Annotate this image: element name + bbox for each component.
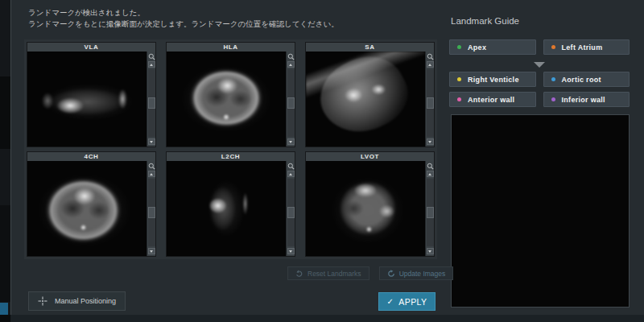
viewport-scroll-control	[286, 52, 295, 147]
left-strip-teal-accent	[0, 303, 8, 315]
left-strip-bottom	[0, 315, 10, 322]
slice-slider-handle[interactable]	[148, 207, 155, 218]
scroll-up-button[interactable]	[287, 171, 295, 177]
landmark-button-anterior-wall[interactable]: Anterior wall	[449, 92, 536, 107]
apply-button[interactable]: ✓ APPLY	[378, 292, 436, 311]
landmark-row: Anterior wall Inferior wall	[449, 92, 630, 107]
scroll-down-button[interactable]	[148, 248, 155, 254]
magnifier-icon[interactable]	[147, 162, 155, 170]
slice-slider-track[interactable]	[287, 179, 295, 246]
landmark-button-right-venticle[interactable]: Right Venticle	[449, 72, 536, 87]
viewport-canvas-area	[306, 161, 434, 256]
chevron-up-icon	[150, 64, 153, 66]
mri-image-sa[interactable]	[306, 52, 425, 147]
viewport-scroll-control	[425, 52, 434, 147]
landmark-button-left-atrium[interactable]: Left Atrium	[543, 39, 630, 55]
status-message-line2: ランドマークをもとに撮像断面が決定します。ランドマークの位置を確認してください。	[28, 19, 339, 30]
chevron-up-icon	[289, 64, 292, 66]
bottom-edge-strip	[10, 315, 644, 322]
mri-image-l2ch[interactable]	[167, 161, 286, 256]
reset-landmarks-button[interactable]: Reset Landmarks	[287, 266, 369, 280]
scroll-down-button[interactable]	[427, 248, 434, 254]
slice-slider-handle[interactable]	[287, 97, 295, 109]
slice-slider-track[interactable]	[148, 179, 155, 246]
magnifier-icon[interactable]	[147, 52, 155, 60]
viewport-l2ch: L2CH	[166, 151, 295, 257]
scroll-up-button[interactable]	[148, 61, 155, 68]
viewport-scroll-control	[286, 161, 295, 256]
landmark-label: Aortic root	[562, 76, 601, 84]
left-edge-panel-strip	[0, 0, 11, 322]
landmark-row: Apex Left Atrium	[449, 39, 630, 55]
update-images-label: Update Images	[399, 270, 446, 278]
scroll-down-button[interactable]	[287, 248, 295, 254]
left-strip-segment	[0, 205, 10, 302]
landmark-guide-preview-area[interactable]	[451, 114, 630, 308]
grid-actions: Reset Landmarks Update Images	[287, 266, 453, 280]
viewport-scroll-control	[147, 52, 155, 147]
viewport-canvas-area	[167, 52, 295, 147]
viewport-title: HLA	[167, 43, 295, 52]
scroll-down-button[interactable]	[287, 138, 295, 145]
viewport-title: LVOT	[306, 152, 434, 161]
landmark-guide-separator	[449, 60, 630, 69]
scroll-up-button[interactable]	[427, 171, 434, 177]
magnifier-icon[interactable]	[426, 162, 434, 170]
crosshair-icon	[38, 296, 47, 306]
landmark-guide-title: Landmark Guide	[451, 16, 519, 26]
chevron-up-icon	[150, 173, 153, 175]
status-message-line1: ランドマークが検出されました。	[28, 7, 339, 19]
mri-image-vla[interactable]	[27, 52, 147, 147]
landmark-button-apex[interactable]: Apex	[449, 39, 536, 55]
magnifier-icon[interactable]	[426, 52, 434, 60]
check-icon: ✓	[387, 297, 394, 306]
scroll-up-button[interactable]	[148, 171, 155, 177]
landmark-color-dot	[457, 45, 461, 49]
scroll-up-button[interactable]	[287, 61, 295, 68]
viewport-lvot: LVOT	[305, 151, 435, 257]
mri-image-lvot[interactable]	[306, 161, 425, 256]
left-strip-segment	[0, 76, 10, 149]
landmark-row: Right Venticle Aortic root	[449, 72, 630, 87]
chevron-up-icon	[428, 64, 431, 66]
triangle-down-icon	[534, 62, 545, 68]
chevron-down-icon	[428, 141, 431, 143]
viewport-title: 4CH	[27, 152, 155, 161]
viewport-title: SA	[306, 43, 434, 52]
mri-image-hla[interactable]	[167, 52, 286, 147]
viewport-4ch: 4CH	[27, 151, 156, 257]
slice-slider-handle[interactable]	[148, 97, 155, 109]
landmark-label: Right Venticle	[468, 76, 519, 84]
mri-image-4ch[interactable]	[27, 161, 147, 256]
slice-slider-track[interactable]	[427, 179, 434, 246]
scroll-down-button[interactable]	[427, 138, 434, 145]
update-images-button[interactable]: Update Images	[379, 266, 454, 280]
slice-slider-handle[interactable]	[427, 97, 434, 109]
chevron-down-icon	[289, 141, 292, 143]
chevron-up-icon	[428, 173, 431, 175]
slice-slider-track[interactable]	[148, 69, 155, 137]
landmark-color-dot	[551, 45, 555, 49]
landmark-color-dot	[551, 77, 555, 81]
status-message: ランドマークが検出されました。 ランドマークをもとに撮像断面が決定します。ランド…	[28, 7, 339, 30]
magnifier-icon[interactable]	[287, 52, 295, 60]
slice-slider-track[interactable]	[287, 69, 295, 137]
landmark-color-dot	[457, 97, 461, 101]
scroll-down-button[interactable]	[148, 138, 155, 145]
viewport-scroll-control	[425, 161, 434, 256]
landmark-button-inferior-wall[interactable]: Inferior wall	[543, 92, 630, 107]
slice-slider-track[interactable]	[427, 69, 434, 137]
scroll-up-button[interactable]	[427, 61, 434, 68]
landmark-button-aortic-root[interactable]: Aortic root	[543, 72, 630, 87]
mri-image-highlights	[306, 52, 425, 147]
manual-positioning-button[interactable]: Manual Positioning	[28, 291, 126, 311]
slice-slider-handle[interactable]	[427, 207, 434, 218]
landmark-label: Anterior wall	[468, 96, 514, 104]
magnifier-icon[interactable]	[287, 162, 295, 170]
manual-positioning-label: Manual Positioning	[55, 297, 116, 305]
viewport-hla: HLA	[166, 42, 295, 147]
viewport-vla: VLA	[27, 42, 156, 147]
chevron-up-icon	[289, 173, 292, 175]
refresh-icon	[387, 270, 395, 278]
slice-slider-handle[interactable]	[287, 207, 295, 218]
